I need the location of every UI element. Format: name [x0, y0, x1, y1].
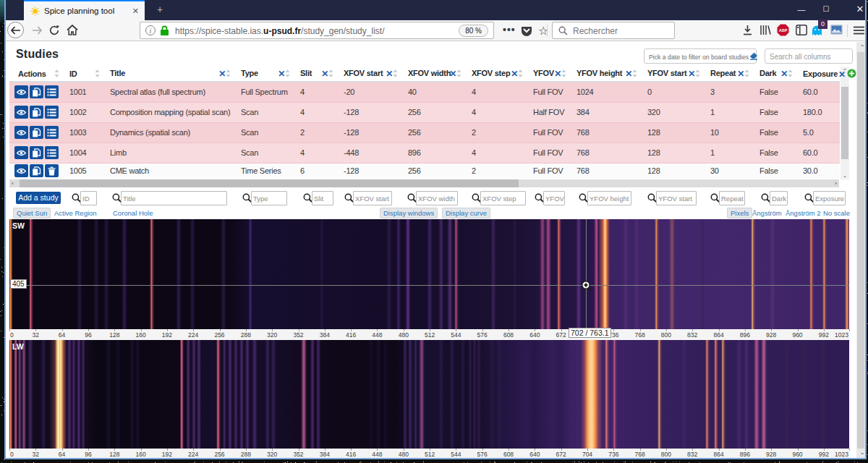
svg-text:ABP: ABP: [779, 28, 788, 33]
